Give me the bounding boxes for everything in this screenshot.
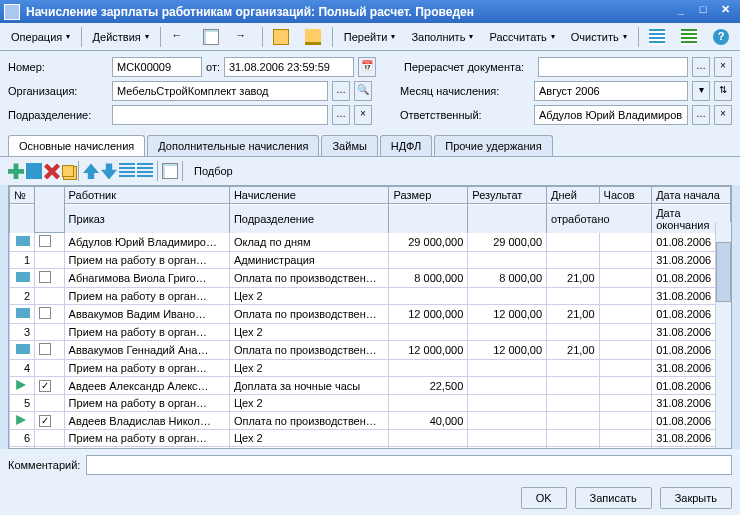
delete-row-button[interactable] bbox=[44, 163, 60, 179]
forward-button[interactable]: → bbox=[228, 25, 258, 49]
home-button[interactable] bbox=[266, 25, 296, 49]
date-input[interactable] bbox=[224, 57, 354, 77]
export-button[interactable] bbox=[298, 25, 328, 49]
resp-clear-button[interactable]: × bbox=[714, 105, 732, 125]
resp-select-button[interactable]: … bbox=[692, 105, 710, 125]
table-row-sub[interactable]: 6Прием на работу в орган…Цех 231.08.2006 bbox=[10, 430, 731, 447]
ok-button[interactable]: OK bbox=[521, 487, 567, 509]
close-window-button[interactable]: ✕ bbox=[714, 3, 736, 21]
row-checkbox[interactable] bbox=[39, 235, 51, 247]
col-hours[interactable]: Часов bbox=[599, 187, 652, 204]
dept-clear-button[interactable]: × bbox=[354, 105, 372, 125]
vertical-scrollbar[interactable] bbox=[715, 222, 731, 448]
tab-other[interactable]: Прочие удержания bbox=[434, 135, 552, 156]
dept-input[interactable] bbox=[112, 105, 328, 125]
list2-button[interactable] bbox=[674, 25, 704, 49]
table-row-sub[interactable]: 1Прием на работу в орган…Администрация31… bbox=[10, 252, 731, 269]
cell-days: 21,00 bbox=[547, 341, 600, 360]
grid-container: № Работник Начисление Размер Результат Д… bbox=[8, 185, 732, 449]
back-button[interactable]: ← bbox=[164, 25, 194, 49]
row-checkbox[interactable] bbox=[39, 307, 51, 319]
col-date-start[interactable]: Дата начала bbox=[652, 187, 731, 204]
add-row-button[interactable] bbox=[8, 163, 24, 179]
tab-main-accruals[interactable]: Основные начисления bbox=[8, 135, 145, 156]
table-row[interactable]: Аввакумов Геннадий Ана…Оплата по произво… bbox=[10, 341, 731, 360]
org-input[interactable] bbox=[112, 81, 328, 101]
help-button[interactable]: ? bbox=[706, 25, 736, 49]
fill-menu[interactable]: Заполнить bbox=[404, 27, 480, 47]
number-input[interactable] bbox=[112, 57, 202, 77]
resp-label: Ответственный: bbox=[400, 109, 530, 121]
row-checkbox[interactable]: ✓ bbox=[39, 380, 51, 392]
tab-ndfl[interactable]: НДФЛ bbox=[380, 135, 432, 156]
minimize-button[interactable]: _ bbox=[670, 3, 692, 21]
row-checkbox[interactable]: ✓ bbox=[39, 415, 51, 427]
table-row[interactable]: ✓Аксенов Артур ПетровичОплата по произво… bbox=[10, 447, 731, 449]
col-size[interactable]: Размер bbox=[389, 187, 468, 204]
org-select-button[interactable]: … bbox=[332, 81, 350, 101]
row-checkbox[interactable] bbox=[39, 343, 51, 355]
cell-result: 12 000,00 bbox=[468, 341, 547, 360]
footer: Комментарий: bbox=[0, 449, 740, 481]
pick-button[interactable]: Подбор bbox=[187, 161, 240, 181]
col-worker[interactable]: Работник bbox=[64, 187, 229, 204]
table-row-sub[interactable]: 3Прием на работу в орган…Цех 231.08.2006 bbox=[10, 324, 731, 341]
dept-select-button[interactable]: … bbox=[332, 105, 350, 125]
cell-accrual: Оплата по производствен… bbox=[229, 341, 389, 360]
col-accrual[interactable]: Начисление bbox=[229, 187, 389, 204]
comment-input[interactable] bbox=[86, 455, 732, 475]
cell-worker: Абнагимова Виола Григо… bbox=[64, 269, 229, 288]
resp-input[interactable] bbox=[534, 105, 688, 125]
recalc-input[interactable] bbox=[538, 57, 688, 77]
sort-asc-button[interactable] bbox=[119, 163, 135, 179]
goto-menu[interactable]: Перейти bbox=[337, 27, 403, 47]
recalc-clear-button[interactable]: × bbox=[714, 57, 732, 77]
table-row[interactable]: ✓Авдеев Владислав Никол…Оплата по произв… bbox=[10, 412, 731, 430]
maximize-button[interactable]: □ bbox=[692, 3, 714, 21]
doc-button[interactable] bbox=[196, 25, 226, 49]
col-result[interactable]: Результат bbox=[468, 187, 547, 204]
month-input[interactable] bbox=[534, 81, 688, 101]
save-button[interactable]: Записать bbox=[575, 487, 652, 509]
tab-extra-accruals[interactable]: Дополнительные начисления bbox=[147, 135, 319, 156]
row-checkbox[interactable] bbox=[39, 271, 51, 283]
actions-menu[interactable]: Действия bbox=[86, 27, 156, 47]
scroll-thumb[interactable] bbox=[716, 242, 731, 302]
list1-button[interactable] bbox=[642, 25, 672, 49]
col-n-sub[interactable] bbox=[10, 204, 35, 233]
table-row-sub[interactable]: 4Прием на работу в орган…Цех 231.08.2006 bbox=[10, 360, 731, 377]
close-button[interactable]: Закрыть bbox=[660, 487, 732, 509]
cell-hours bbox=[599, 305, 652, 324]
clear-menu[interactable]: Очистить bbox=[564, 27, 634, 47]
operation-menu[interactable]: Операция bbox=[4, 27, 77, 47]
move-down-button[interactable] bbox=[101, 163, 117, 179]
table-row-sub[interactable]: 5Прием на работу в орган…Цех 231.08.2006 bbox=[10, 395, 731, 412]
edit-row-button[interactable] bbox=[26, 163, 42, 179]
col-dept[interactable]: Подразделение bbox=[229, 204, 389, 233]
move-up-button[interactable] bbox=[83, 163, 99, 179]
accruals-grid[interactable]: № Работник Начисление Размер Результат Д… bbox=[9, 186, 731, 449]
table-row[interactable]: Аввакумов Вадим Ивано…Оплата по производ… bbox=[10, 305, 731, 324]
calc-menu[interactable]: Рассчитать bbox=[482, 27, 561, 47]
table-row[interactable]: Абдулов Юрий Владимиро…Оклад по дням29 0… bbox=[10, 233, 731, 252]
month-step-button[interactable]: ⇅ bbox=[714, 81, 732, 101]
org-open-button[interactable]: 🔍 bbox=[354, 81, 372, 101]
table-row-sub[interactable]: 2Прием на работу в орган…Цех 231.08.2006 bbox=[10, 288, 731, 305]
tab-loans[interactable]: Займы bbox=[321, 135, 377, 156]
col-n[interactable]: № bbox=[10, 187, 35, 204]
col-order[interactable]: Приказ bbox=[64, 204, 229, 233]
grid-doc-button[interactable] bbox=[162, 163, 178, 179]
copy-row-button[interactable] bbox=[62, 165, 74, 177]
recalc-select-button[interactable]: … bbox=[692, 57, 710, 77]
col-check[interactable] bbox=[35, 187, 64, 233]
date-picker-button[interactable]: 📅 bbox=[358, 57, 376, 77]
sort-desc-button[interactable] bbox=[137, 163, 153, 179]
col-size-sub[interactable] bbox=[389, 204, 468, 233]
col-worked[interactable]: отработано bbox=[547, 204, 652, 233]
cell-size: 12 000,000 bbox=[389, 305, 468, 324]
month-dd-button[interactable]: ▾ bbox=[692, 81, 710, 101]
table-row[interactable]: Абнагимова Виола Григо…Оплата по произво… bbox=[10, 269, 731, 288]
col-result-sub[interactable] bbox=[468, 204, 547, 233]
table-row[interactable]: ✓Авдеев Александр Алекс…Доплата за ночны… bbox=[10, 377, 731, 395]
col-days[interactable]: Дней bbox=[547, 187, 600, 204]
